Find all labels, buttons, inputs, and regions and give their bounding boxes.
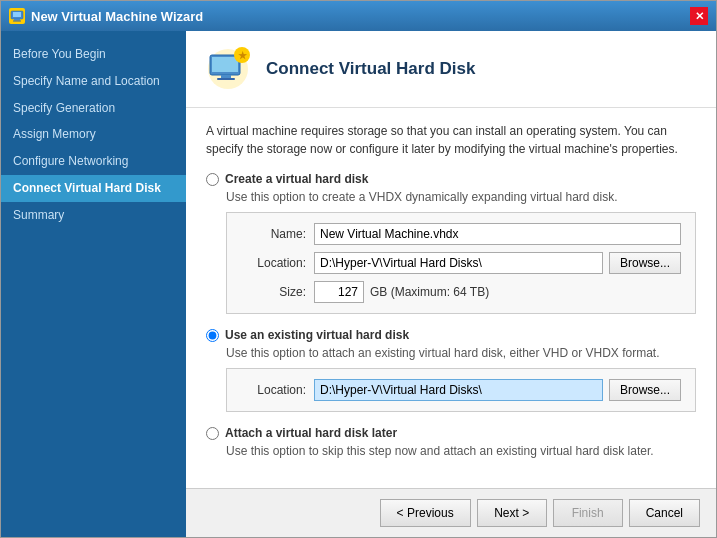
- option-later-desc: Use this option to skip this step now an…: [226, 444, 696, 458]
- option-later-label[interactable]: Attach a virtual hard disk later: [206, 426, 696, 440]
- browse-button-existing[interactable]: Browse...: [609, 379, 681, 401]
- sidebar-item-assign-memory[interactable]: Assign Memory: [1, 121, 186, 148]
- window-title: New Virtual Machine Wizard: [31, 9, 203, 24]
- main-content: ★ Connect Virtual Hard Disk A virtual ma…: [186, 31, 716, 537]
- svg-rect-2: [14, 19, 20, 21]
- existing-vhd-form: Location: Browse...: [226, 368, 696, 412]
- svg-rect-3: [13, 21, 21, 22]
- option-existing-desc: Use this option to attach an existing vi…: [226, 346, 696, 360]
- svg-rect-7: [221, 75, 231, 78]
- location-row-create: Location: Browse...: [241, 252, 681, 274]
- sidebar-item-specify-name[interactable]: Specify Name and Location: [1, 68, 186, 95]
- option-later-group: Attach a virtual hard disk later Use thi…: [206, 426, 696, 458]
- size-label: Size:: [241, 285, 306, 299]
- sidebar-item-connect-vhd[interactable]: Connect Virtual Hard Disk: [1, 175, 186, 202]
- size-input[interactable]: [314, 281, 364, 303]
- location-input-existing[interactable]: [314, 379, 603, 401]
- sidebar: Before You Begin Specify Name and Locati…: [1, 31, 186, 537]
- wizard-window: New Virtual Machine Wizard ✕ Before You …: [0, 0, 717, 538]
- page-description: A virtual machine requires storage so th…: [206, 122, 696, 158]
- page-title: Connect Virtual Hard Disk: [266, 59, 475, 79]
- svg-rect-1: [13, 12, 21, 17]
- size-hint: GB (Maximum: 64 TB): [370, 285, 489, 299]
- svg-rect-6: [212, 57, 238, 72]
- name-label: Name:: [241, 227, 306, 241]
- location-row-existing: Location: Browse...: [241, 379, 681, 401]
- name-input[interactable]: [314, 223, 681, 245]
- page-body: A virtual machine requires storage so th…: [186, 108, 716, 488]
- title-bar: New Virtual Machine Wizard ✕: [1, 1, 716, 31]
- app-icon: [9, 8, 25, 24]
- page-header-icon: ★: [204, 45, 252, 93]
- footer: < Previous Next > Finish Cancel: [186, 488, 716, 537]
- location-input-create[interactable]: [314, 252, 603, 274]
- location-label-create: Location:: [241, 256, 306, 270]
- size-row: Size: GB (Maximum: 64 TB): [241, 281, 681, 303]
- option-later-radio[interactable]: [206, 427, 219, 440]
- previous-button[interactable]: < Previous: [380, 499, 471, 527]
- option-create-radio[interactable]: [206, 173, 219, 186]
- option-existing-label[interactable]: Use an existing virtual hard disk: [206, 328, 696, 342]
- option-create-desc: Use this option to create a VHDX dynamic…: [226, 190, 696, 204]
- content-area: Before You Begin Specify Name and Locati…: [1, 31, 716, 537]
- finish-button[interactable]: Finish: [553, 499, 623, 527]
- next-button[interactable]: Next >: [477, 499, 547, 527]
- browse-button-create[interactable]: Browse...: [609, 252, 681, 274]
- svg-rect-8: [217, 78, 235, 80]
- option-create-group: Create a virtual hard disk Use this opti…: [206, 172, 696, 314]
- name-row: Name:: [241, 223, 681, 245]
- sidebar-item-before-you-begin[interactable]: Before You Begin: [1, 41, 186, 68]
- option-existing-group: Use an existing virtual hard disk Use th…: [206, 328, 696, 412]
- cancel-button[interactable]: Cancel: [629, 499, 700, 527]
- close-button[interactable]: ✕: [690, 7, 708, 25]
- sidebar-item-summary[interactable]: Summary: [1, 202, 186, 229]
- sidebar-item-configure-networking[interactable]: Configure Networking: [1, 148, 186, 175]
- option-existing-radio[interactable]: [206, 329, 219, 342]
- sidebar-item-specify-generation[interactable]: Specify Generation: [1, 95, 186, 122]
- location-label-existing: Location:: [241, 383, 306, 397]
- create-vhd-form: Name: Location: Browse... Size: GB (Maxi…: [226, 212, 696, 314]
- option-create-label[interactable]: Create a virtual hard disk: [206, 172, 696, 186]
- svg-text:★: ★: [238, 50, 248, 61]
- page-header: ★ Connect Virtual Hard Disk: [186, 31, 716, 108]
